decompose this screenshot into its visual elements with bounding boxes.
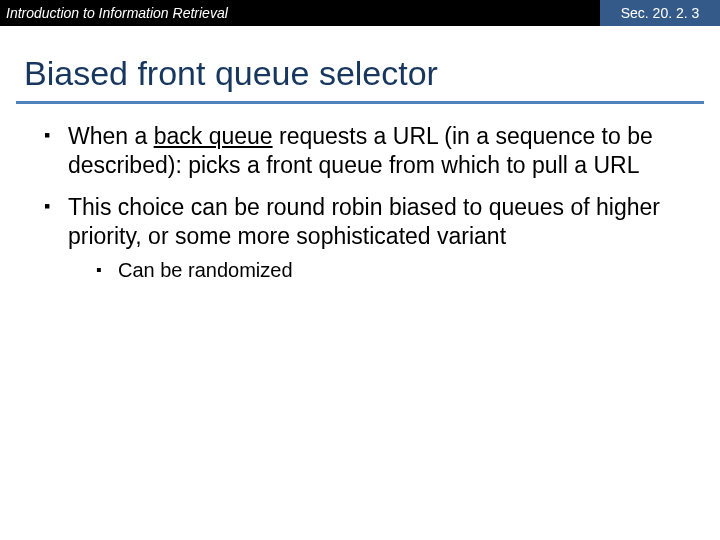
title-underline bbox=[16, 101, 704, 104]
section-label: Sec. 20. 2. 3 bbox=[600, 0, 720, 26]
bullet-2-1-text: Can be randomized bbox=[118, 259, 293, 281]
course-title: Introduction to Information Retrieval bbox=[0, 0, 600, 26]
bullet-2-text: This choice can be round robin biased to… bbox=[68, 194, 660, 249]
top-bar: Introduction to Information Retrieval Se… bbox=[0, 0, 720, 26]
bullet-2: This choice can be round robin biased to… bbox=[44, 193, 692, 283]
bullet-1-underline: back queue bbox=[154, 123, 273, 149]
slide-title: Biased front queue selector bbox=[0, 26, 720, 101]
slide: Introduction to Information Retrieval Se… bbox=[0, 0, 720, 540]
bullet-1-pre: When a bbox=[68, 123, 154, 149]
bullet-2-1: Can be randomized bbox=[96, 258, 692, 284]
slide-body: When a back queue requests a URL (in a s… bbox=[0, 122, 720, 283]
bullet-1: When a back queue requests a URL (in a s… bbox=[44, 122, 692, 181]
